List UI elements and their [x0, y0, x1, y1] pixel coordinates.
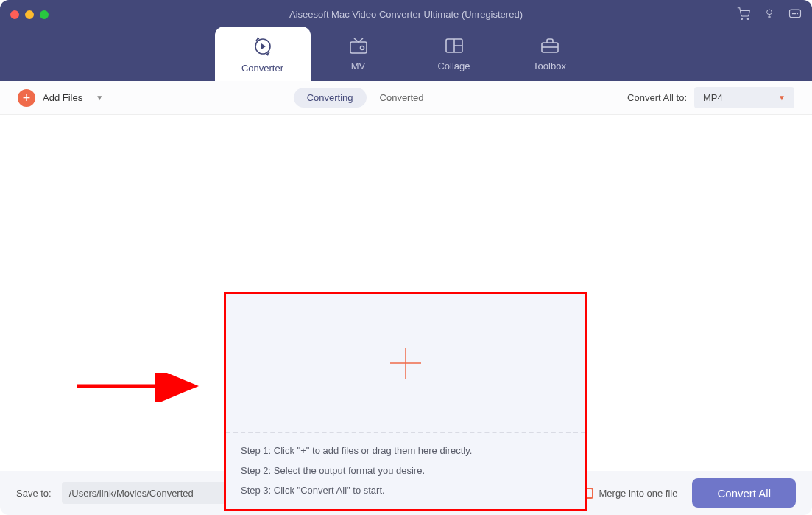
feedback-icon[interactable] [788, 8, 802, 23]
convert-all-to-group: Convert All to: MP4 ▼ [627, 87, 794, 108]
svg-point-12 [360, 46, 364, 49]
mv-icon [348, 37, 369, 55]
cart-icon[interactable] [737, 7, 750, 24]
add-files-label: Add Files [43, 92, 82, 103]
annotation-arrow [74, 373, 206, 402]
merge-checkbox[interactable]: Merge into one file [582, 488, 678, 499]
drop-zone-plus-area[interactable] [226, 294, 585, 433]
add-files-button[interactable]: + Add Files ▼ [18, 89, 103, 107]
plus-icon: + [18, 89, 35, 107]
tab-label: MV [351, 60, 366, 71]
main-nav-tabs: Converter MV Collage [215, 27, 598, 81]
tab-toolbox[interactable]: Toolbox [502, 27, 598, 81]
svg-point-2 [767, 10, 772, 15]
status-segment: Converting Converted [294, 88, 437, 108]
drop-zone[interactable]: Step 1: Click "+" to add files or drag t… [224, 292, 587, 511]
save-to-label: Save to: [16, 488, 52, 499]
format-select[interactable]: MP4 ▼ [694, 87, 794, 108]
tab-label: Converter [241, 63, 283, 74]
instruction-steps: Step 1: Click "+" to add files or drag t… [226, 433, 585, 509]
caret-down-icon: ▼ [778, 94, 785, 102]
svg-point-4 [792, 13, 793, 14]
key-icon[interactable] [763, 8, 775, 23]
app-title: Aiseesoft Mac Video Converter Ultimate (… [289, 9, 523, 20]
collage-icon [444, 37, 465, 55]
merge-label: Merge into one file [599, 488, 678, 499]
convert-all-to-label: Convert All to: [627, 92, 687, 103]
converter-icon [253, 36, 273, 57]
svg-point-1 [747, 18, 749, 20]
svg-point-6 [797, 13, 797, 14]
window-controls [10, 10, 49, 19]
close-window-button[interactable] [10, 10, 19, 19]
segment-converted[interactable]: Converted [367, 88, 437, 108]
svg-point-5 [794, 13, 795, 14]
format-selected-value: MP4 [703, 92, 723, 103]
app-window: Aiseesoft Mac Video Converter Ultimate (… [0, 0, 812, 515]
svg-marker-8 [261, 43, 266, 49]
header-bar: Aiseesoft Mac Video Converter Ultimate (… [0, 0, 812, 81]
big-plus-icon [387, 345, 424, 382]
chevron-down-icon[interactable]: ▼ [96, 94, 103, 102]
tab-label: Collage [437, 60, 470, 71]
segment-converting[interactable]: Converting [294, 88, 367, 108]
toolbox-icon [540, 37, 560, 55]
svg-point-0 [741, 18, 743, 20]
tab-collage[interactable]: Collage [406, 27, 502, 81]
toolbar: + Add Files ▼ Converting Converted Conve… [0, 81, 812, 115]
step-1-text: Step 1: Click "+" to add files or drag t… [241, 445, 571, 456]
tab-mv[interactable]: MV [311, 27, 406, 81]
tab-converter[interactable]: Converter [215, 27, 311, 81]
convert-all-button[interactable]: Convert All [692, 478, 796, 508]
step-3-text: Step 3: Click "Convert All" to start. [241, 485, 571, 496]
step-2-text: Step 2: Select the output format you des… [241, 465, 571, 476]
tab-label: Toolbox [533, 60, 566, 71]
maximize-window-button[interactable] [40, 10, 49, 19]
minimize-window-button[interactable] [25, 10, 34, 19]
content-area: Step 1: Click "+" to add files or drag t… [0, 115, 812, 471]
